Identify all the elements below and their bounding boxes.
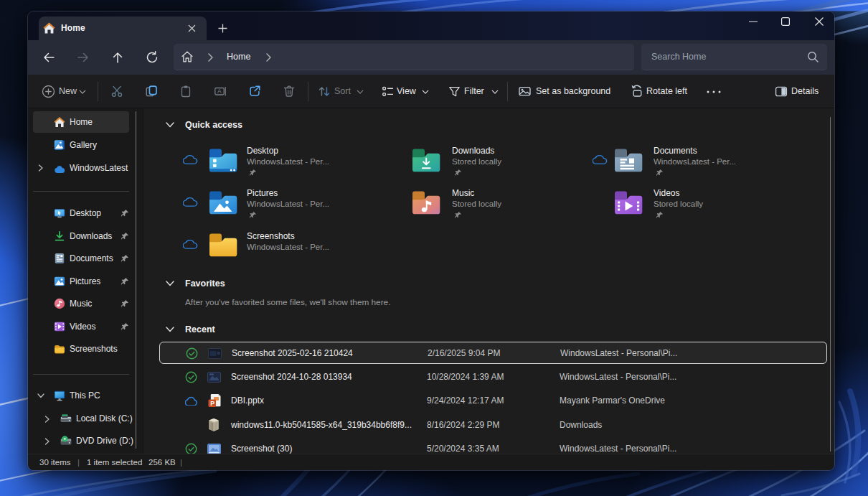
svg-text:P: P <box>210 400 214 407</box>
svg-text:A: A <box>217 88 222 95</box>
